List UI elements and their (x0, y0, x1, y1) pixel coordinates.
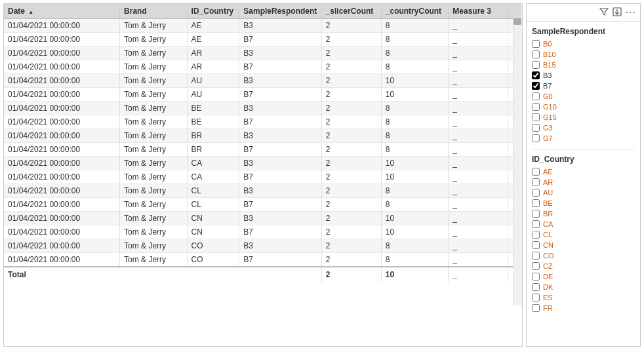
country-checkbox[interactable] (532, 210, 540, 218)
sample-checkbox[interactable] (532, 50, 540, 58)
sample-filter-item[interactable]: B7 (527, 81, 640, 91)
cell-ccount: 8 (381, 115, 449, 129)
sample-checkbox[interactable] (532, 134, 540, 142)
cell-country: CN (187, 212, 239, 225)
cell-ccount: 8 (381, 143, 449, 157)
country-checkbox[interactable] (532, 294, 540, 301)
scrollbar-track[interactable] (513, 4, 522, 305)
sample-label: B15 (543, 61, 556, 69)
country-filter-item[interactable]: BE (527, 198, 640, 208)
country-filter-item[interactable]: AE (527, 166, 640, 177)
col-header-brand[interactable]: Brand (120, 4, 188, 19)
export-icon[interactable] (613, 7, 622, 18)
cell-date: 01/04/2021 00:00:00 (4, 88, 120, 102)
country-filter-item[interactable]: CO (527, 250, 640, 261)
country-checkbox[interactable] (532, 231, 540, 239)
cell-slicer: 2 (321, 88, 381, 102)
cell-measure: _ (449, 115, 508, 129)
table-row: 01/04/2021 00:00:00 Tom & Jerry CL B3 2 … (4, 184, 522, 198)
country-checkbox[interactable] (532, 178, 540, 186)
cell-sample: B3 (239, 47, 321, 60)
cell-slicer: 2 (321, 225, 381, 239)
sample-checkbox[interactable] (532, 103, 540, 111)
sample-filter-item[interactable]: G7 (527, 133, 640, 144)
country-checkbox[interactable] (532, 262, 540, 270)
cell-brand: Tom & Jerry (120, 212, 188, 225)
col-header-slicer[interactable]: _slicerCount (321, 4, 381, 19)
country-filter-item[interactable]: ES (527, 292, 640, 303)
table-scroll-area[interactable]: Date ▲ Brand ID_Country SampleRespondent… (4, 4, 522, 305)
table-row: 01/04/2021 00:00:00 Tom & Jerry AR B3 2 … (4, 47, 522, 60)
sample-filter-item[interactable]: B0 (527, 39, 640, 49)
sample-checkbox[interactable] (532, 61, 540, 69)
sample-checkbox[interactable] (532, 124, 540, 132)
country-filter-item[interactable]: FR (527, 303, 640, 313)
table-row: 01/04/2021 00:00:00 Tom & Jerry AE B3 2 … (4, 19, 522, 33)
cell-measure: _ (449, 143, 508, 157)
sample-respondent-section: SampleRespondent B0B10B15B3B7G0G10G15G3G… (527, 24, 640, 144)
country-checkbox[interactable] (532, 241, 540, 249)
col-header-country[interactable]: ID_Country (187, 4, 239, 19)
sample-filter-item[interactable]: G10 (527, 102, 640, 112)
country-filter-item[interactable]: CL (527, 229, 640, 240)
table-row: 01/04/2021 00:00:00 Tom & Jerry BR B3 2 … (4, 129, 522, 143)
sample-checkbox[interactable] (532, 40, 540, 48)
sample-checkbox[interactable] (532, 113, 540, 121)
country-filter-item[interactable]: DK (527, 282, 640, 292)
cell-ccount: 8 (381, 102, 449, 115)
more-icon[interactable]: ··· (626, 7, 636, 18)
country-checkbox[interactable] (532, 189, 540, 197)
country-checkbox[interactable] (532, 273, 540, 281)
country-filter-item[interactable]: DE (527, 271, 640, 282)
panel-sections[interactable]: SampleRespondent B0B10B15B3B7G0G10G15G3G… (527, 22, 640, 346)
total-row: Total 2 10 _ (4, 267, 522, 282)
cell-sample: B3 (239, 184, 321, 198)
right-panel: ··· SampleRespondent B0B10B15B3B7G0G10G1… (526, 3, 641, 347)
cell-ccount: 8 (381, 60, 449, 74)
table-row: 01/04/2021 00:00:00 Tom & Jerry BE B7 2 … (4, 115, 522, 129)
country-filter-item[interactable]: AR (527, 177, 640, 187)
sample-checkbox[interactable] (532, 82, 540, 90)
country-filter-item[interactable]: AU (527, 187, 640, 198)
cell-sample: B7 (239, 33, 321, 47)
sample-filter-item[interactable]: G0 (527, 91, 640, 102)
table-row: 01/04/2021 00:00:00 Tom & Jerry AE B7 2 … (4, 33, 522, 47)
country-checkbox[interactable] (532, 304, 540, 312)
country-filter-item[interactable]: CN (527, 240, 640, 250)
cell-slicer: 2 (321, 74, 381, 88)
cell-sample: B3 (239, 239, 321, 253)
sample-filter-item[interactable]: G15 (527, 112, 640, 123)
sample-checkbox[interactable] (532, 71, 540, 79)
table-row: 01/04/2021 00:00:00 Tom & Jerry CO B7 2 … (4, 253, 522, 267)
country-checkbox[interactable] (532, 220, 540, 228)
col-header-ccount[interactable]: _countryCount (381, 4, 449, 19)
cell-ccount: 10 (381, 170, 449, 184)
sample-filter-item[interactable]: G3 (527, 123, 640, 133)
country-checkbox[interactable] (532, 168, 540, 176)
sample-filter-item[interactable]: B3 (527, 70, 640, 81)
sample-filter-item[interactable]: B15 (527, 60, 640, 70)
country-filter-item[interactable]: CZ (527, 261, 640, 271)
col-header-date[interactable]: Date ▲ (4, 4, 120, 19)
country-checkbox[interactable] (532, 283, 540, 291)
country-filter-item[interactable]: BR (527, 208, 640, 219)
filter-icon[interactable] (599, 7, 609, 18)
sample-label: G15 (543, 113, 557, 121)
cell-country: CL (187, 184, 239, 198)
col-header-measure[interactable]: Measure 3 (449, 4, 508, 19)
country-checkbox[interactable] (532, 252, 540, 260)
sample-checkbox[interactable] (532, 92, 540, 100)
cell-measure: _ (449, 19, 508, 33)
col-header-sample[interactable]: SampleRespondent (239, 4, 321, 19)
sample-label: B3 (543, 71, 552, 79)
cell-measure: _ (449, 239, 508, 253)
cell-measure: _ (449, 253, 508, 267)
svg-marker-0 (600, 9, 608, 15)
country-filter-item[interactable]: CA (527, 219, 640, 229)
sample-filter-item[interactable]: B10 (527, 49, 640, 60)
sample-label: G7 (543, 134, 553, 142)
country-label: CZ (543, 262, 553, 270)
country-checkbox[interactable] (532, 199, 540, 207)
cell-measure: _ (449, 198, 508, 212)
cell-ccount: 8 (381, 19, 449, 33)
